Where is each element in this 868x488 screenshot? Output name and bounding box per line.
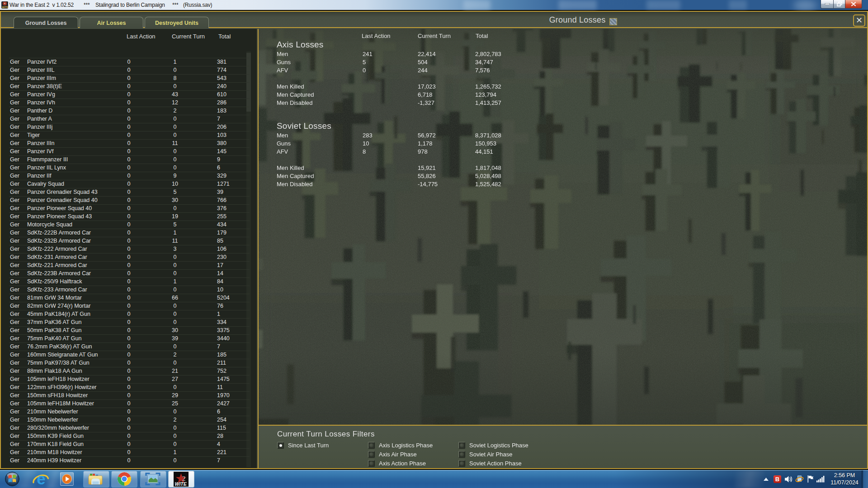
- svg-text:WITE: WITE: [175, 481, 187, 487]
